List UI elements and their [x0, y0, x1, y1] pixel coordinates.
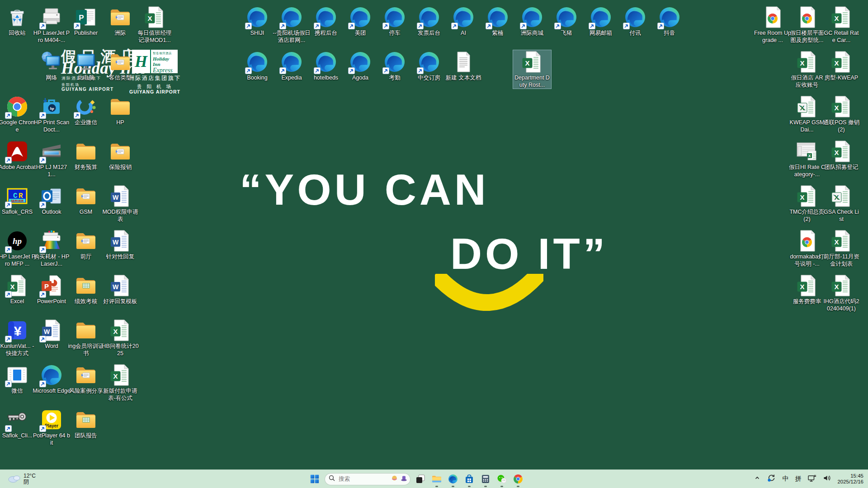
desktop-icon[interactable]: AI	[444, 5, 482, 37]
desktop-icon[interactable]: 紫楠	[479, 5, 517, 37]
taskbar-store-button[interactable]	[461, 470, 477, 488]
desktop-icon[interactable]: 保险报销	[101, 140, 139, 171]
desktop-icon[interactable]: X新版付款申请表-有公式	[101, 363, 139, 402]
desktop-icon[interactable]: P PowerPoint	[33, 274, 71, 305]
desktop-icon[interactable]: 抖音	[651, 5, 689, 37]
desktop-icon[interactable]: dormakaba灯号说明 -...	[788, 229, 826, 267]
desktop-icons-layer: 回收站 HP LaserJet Pro M404-... P Publisher…	[0, 0, 868, 488]
desktop-icon[interactable]: hotelbeds	[307, 50, 345, 82]
desktop-icon[interactable]: Player PotPlayer 64 bit	[33, 408, 71, 446]
search-input[interactable]	[338, 475, 388, 483]
ime-language-indicator[interactable]: 中	[782, 475, 788, 483]
desktop-icon[interactable]: X前厅部-11月资金计划表	[822, 229, 860, 267]
desktop-icon[interactable]: ¥ KunlunVat... - 快捷方式	[0, 319, 36, 357]
desktop-icon[interactable]: X假日酒店 AR 应收账号	[788, 50, 826, 89]
taskbar-wechat-button[interactable]	[494, 470, 510, 488]
tray-volume-icon[interactable]	[823, 474, 831, 483]
desktop-icon[interactable]: P Publisher	[67, 5, 105, 37]
desktop-icon[interactable]: 客信类型	[101, 50, 139, 82]
desktop-icon[interactable]: HP	[101, 95, 139, 127]
desktop-icon[interactable]: XGSA Check List	[822, 184, 860, 223]
desktop-icon[interactable]: 付讯	[616, 5, 654, 37]
desktop-icon[interactable]: 风险案例分享	[67, 363, 105, 395]
taskbar-calculator-button[interactable]	[477, 470, 494, 488]
tray-sync-icon[interactable]	[767, 474, 776, 484]
taskbar-file-explorer-button[interactable]	[429, 470, 445, 488]
desktop-icon[interactable]: 洲际商城	[513, 5, 551, 37]
desktop-icon[interactable]: XIHG酒店代码20240409(1)	[822, 274, 860, 312]
shortcut-arrow-icon	[382, 23, 389, 29]
desktop-icon[interactable]: 美团	[341, 5, 379, 37]
desktop-icon[interactable]: Saflok_Cli...	[0, 408, 36, 440]
desktop-icon[interactable]: GSM	[67, 184, 105, 216]
clock[interactable]: 15:45 2025/12/16	[837, 473, 863, 485]
desktop-icon[interactable]: X Excel	[0, 274, 36, 305]
taskbar-chrome-button[interactable]	[510, 470, 526, 488]
desktop-icon[interactable]: W Word	[33, 319, 71, 350]
desktop-icon[interactable]: HP LJ M1271...	[33, 140, 71, 178]
desktop-icon[interactable]: Booking	[238, 50, 276, 82]
desktop-icon[interactable]: ing会员培训证书	[67, 319, 105, 357]
desktop-icon[interactable]: SHIJI	[238, 5, 276, 37]
start-button[interactable]	[307, 470, 323, 488]
taskbar-task-view-button[interactable]	[412, 470, 429, 488]
desktop-icon[interactable]: 飞猪	[547, 5, 585, 37]
desktop-icon[interactable]: XKWEAP GSM Dai...	[788, 95, 826, 133]
desktop-icon[interactable]: 假日楼层平面图及房型统...	[788, 5, 826, 44]
ime-mode-indicator[interactable]: 拼	[795, 475, 801, 483]
search-highlight-hat-icon[interactable]	[391, 475, 398, 483]
weather-widget[interactable]: 12°C 阴	[5, 470, 38, 488]
desktop-icon[interactable]: 绩效考核	[67, 274, 105, 305]
desktop-icon[interactable]: X服务费费率	[788, 274, 826, 305]
desktop-icon[interactable]: 团队报告	[67, 408, 105, 440]
desktop-icon[interactable]: hp HP LaserJet Pro MFP ...	[0, 229, 36, 267]
desktop-icon[interactable]: 购买耗材 - HP LaserJ...	[33, 229, 71, 267]
desktop-icon[interactable]: 洲际	[101, 5, 139, 37]
desktop-icon[interactable]: HP LaserJet Pro M404-...	[33, 5, 71, 44]
edge-icon	[349, 5, 372, 29]
desktop-icon[interactable]: Adobe Acrobat	[0, 140, 36, 171]
desktop-icon[interactable]: XHB问卷统计2025	[101, 319, 139, 357]
desktop-icon[interactable]: 前厅	[67, 229, 105, 261]
search-box[interactable]	[325, 473, 410, 485]
desktop-icon[interactable]: 财务预算	[67, 140, 105, 171]
search-highlight-tophat-icon[interactable]	[401, 475, 407, 483]
desktop-icon[interactable]: XDepartment Duty Rost...	[513, 50, 551, 89]
desktop-icon[interactable]: X房型-KWEAP	[822, 50, 860, 82]
desktop-icon[interactable]: Agoda	[341, 50, 379, 82]
desktop-icon[interactable]: 新建 文本文档	[444, 50, 482, 82]
desktop-icon[interactable]: Google Chrome	[0, 95, 36, 133]
desktop-icon[interactable]: X 假日HI Rate Category-...	[788, 140, 826, 178]
desktop-icon[interactable]: Outlook	[33, 184, 71, 216]
desktop-icon[interactable]: hp HP Print Scan Doct...	[33, 95, 71, 133]
desktop-icon[interactable]: W针对性回复	[101, 229, 139, 261]
desktop-icon[interactable]: 网易邮箱	[582, 5, 620, 37]
desktop-icon[interactable]: 此电脑	[67, 50, 105, 82]
desktop-icon[interactable]: WMOD权限申请表	[101, 184, 139, 223]
desktop-icon[interactable]: X团队招募登记	[822, 140, 860, 171]
desktop-icon[interactable]: 回收站	[0, 5, 36, 37]
desktop-icon[interactable]: Microsoft Edge	[33, 363, 71, 395]
desktop-icon[interactable]: C R SERVER Saflok_CRS	[0, 184, 36, 216]
desktop-icon[interactable]: 网络	[33, 50, 71, 82]
tray-chevron-up-icon[interactable]	[754, 474, 761, 483]
taskbar-edge-button[interactable]	[445, 470, 461, 488]
desktop-icon[interactable]: 携程后台	[307, 5, 345, 37]
desktop-icon[interactable]: 微信	[0, 363, 36, 395]
desktop-icon[interactable]: Free Room Upgrade ...	[754, 5, 792, 44]
desktop-icon[interactable]: X通联POS 撤销(2)	[822, 95, 860, 133]
desktop-icon[interactable]: X每日值班经理记录MOD1...	[136, 5, 174, 44]
tray-network-icon[interactable]	[807, 474, 816, 484]
desktop-icon[interactable]: 中交订房	[410, 50, 448, 82]
desktop-icon[interactable]: W好评回复模板	[101, 274, 139, 305]
excel-icon: X	[830, 274, 853, 297]
desktop-icon[interactable]: --贵阳机场假日酒店群网...	[273, 5, 311, 44]
desktop-icon[interactable]: Expedia	[273, 50, 311, 82]
desktop-icon[interactable]: 企业微信	[67, 95, 105, 127]
desktop-icon[interactable]: XTMC介绍总页(2)	[788, 184, 826, 223]
desktop-icon[interactable]: 发票后台	[410, 5, 448, 37]
desktop-icon[interactable]: 停车	[376, 5, 414, 37]
folder-docs-icon	[74, 363, 98, 387]
desktop-icon[interactable]: XGC Retail Rate Car...	[822, 5, 860, 44]
desktop-icon[interactable]: 考勤	[376, 50, 414, 82]
